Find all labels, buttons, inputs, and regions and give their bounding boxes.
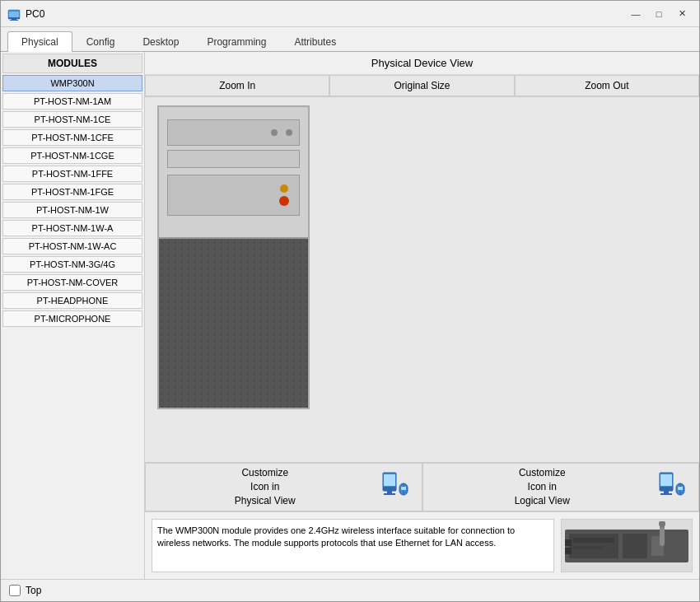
drive-bay-2: [167, 150, 300, 168]
logical-pc-icon: [653, 469, 690, 506]
module-thumbnail: [561, 519, 693, 572]
svg-rect-28: [565, 548, 572, 554]
device-view-header: Physical Device View: [145, 52, 699, 75]
tab-attributes[interactable]: Attributes: [280, 31, 350, 52]
zoom-in-button[interactable]: Zoom In: [145, 75, 329, 96]
svg-rect-15: [660, 487, 673, 491]
module-item-pt-headphone[interactable]: PT-HEADPHONE: [2, 292, 142, 309]
close-button[interactable]: ✕: [671, 6, 693, 22]
module-item-pt-host-nm-1ffe[interactable]: PT-HOST-NM-1FFE: [2, 166, 142, 182]
power-indicator: [279, 196, 289, 206]
module-item-pt-microphone[interactable]: PT-MICROPHONE: [2, 310, 142, 327]
modules-scroll-area: MODULES WMP300N PT-HOST-NM-1AM PT-HOST-N…: [1, 52, 144, 579]
svg-rect-17: [660, 493, 672, 495]
svg-rect-1: [9, 12, 19, 17]
svg-rect-7: [383, 487, 396, 491]
svg-rect-12: [401, 487, 406, 490]
window-controls: — □ ✕: [625, 6, 693, 22]
left-panel: MODULES WMP300N PT-HOST-NM-1AM PT-HOST-N…: [1, 52, 145, 579]
module-item-pt-host-nm-1w-ac[interactable]: PT-HOST-NM-1W-AC: [2, 238, 142, 254]
module-item-pt-host-nm-1w[interactable]: PT-HOST-NM-1W: [2, 202, 142, 218]
top-label[interactable]: Top: [26, 585, 41, 596]
module-item-pt-host-nm-3g4g[interactable]: PT-HOST-NM-3G/4G: [2, 256, 142, 273]
amber-indicator: [280, 184, 288, 193]
pc-tower: [157, 105, 310, 409]
svg-rect-16: [664, 491, 669, 493]
mesh-pattern: [159, 239, 308, 408]
tab-programming[interactable]: Programming: [193, 31, 280, 52]
pc-bottom-section: [159, 239, 308, 408]
bottom-actions: Customize Icon in Physical View: [145, 462, 699, 511]
customize-physical-text: Customize Icon in Physical View: [154, 466, 376, 507]
svg-rect-29: [573, 538, 614, 543]
customize-physical-line2: Icon in: [154, 480, 376, 494]
module-item-pt-host-nm-cover[interactable]: PT-HOST-NM-COVER: [2, 274, 142, 291]
customize-logical-line2: Icon in: [432, 480, 654, 494]
module-item-wmp300n[interactable]: WMP300N: [2, 75, 142, 91]
physical-pc-icon: [376, 469, 413, 506]
customize-logical-button[interactable]: Customize Icon in Logical View: [422, 463, 700, 511]
svg-rect-30: [573, 546, 602, 549]
customize-physical-line1: Customize: [154, 466, 376, 480]
svg-rect-9: [384, 493, 395, 495]
customize-logical-line3: Logical View: [432, 494, 654, 508]
module-item-pt-host-nm-1am[interactable]: PT-HOST-NM-1AM: [2, 93, 142, 110]
original-size-button[interactable]: Original Size: [329, 75, 514, 96]
customize-logical-text: Customize Icon in Logical View: [432, 466, 654, 507]
description-panel: The WMP300N module provides one 2.4GHz w…: [145, 511, 699, 579]
svg-rect-27: [565, 539, 572, 546]
drive-bay-3: [167, 175, 300, 216]
main-window: PC0 — □ ✕ Physical Config Desktop Progra…: [0, 0, 700, 602]
svg-rect-14: [660, 474, 672, 486]
module-item-pt-host-nm-1ce[interactable]: PT-HOST-NM-1CE: [2, 111, 142, 128]
maximize-button[interactable]: □: [648, 6, 670, 22]
top-checkbox[interactable]: [9, 585, 21, 596]
bottom-bar: Top: [1, 579, 699, 601]
svg-rect-20: [678, 487, 683, 490]
bay-button-1: [271, 129, 278, 136]
svg-rect-8: [387, 491, 392, 493]
module-item-pt-host-nm-1w-a[interactable]: PT-HOST-NM-1W-A: [2, 220, 142, 236]
title-bar: PC0 — □ ✕: [1, 1, 699, 27]
tab-config[interactable]: Config: [72, 31, 129, 52]
module-thumbnail-svg: [565, 521, 688, 571]
module-item-pt-host-nm-1cfe[interactable]: PT-HOST-NM-1CFE: [2, 129, 142, 146]
right-panel: Physical Device View Zoom In Original Si…: [145, 52, 699, 579]
device-canvas[interactable]: [145, 97, 699, 462]
drive-bay-1: [167, 119, 300, 146]
bay-button-2: [286, 129, 292, 136]
minimize-button[interactable]: —: [625, 6, 646, 22]
svg-rect-23: [623, 534, 647, 558]
tab-physical[interactable]: Physical: [7, 31, 72, 52]
zoom-controls: Zoom In Original Size Zoom Out: [145, 75, 699, 97]
pc-top-section: [159, 107, 308, 239]
zoom-out-button[interactable]: Zoom Out: [515, 75, 699, 96]
title-bar-left: PC0: [7, 7, 44, 21]
customize-logical-line1: Customize: [432, 466, 654, 480]
window-title: PC0: [26, 8, 44, 20]
modules-header: MODULES: [2, 54, 142, 73]
tab-desktop[interactable]: Desktop: [128, 31, 193, 52]
tab-bar: Physical Config Desktop Programming Attr…: [1, 27, 699, 52]
svg-rect-6: [384, 474, 395, 486]
svg-rect-2: [8, 17, 20, 19]
window-icon: [7, 7, 21, 21]
customize-physical-line3: Physical View: [154, 494, 376, 508]
main-content: MODULES WMP300N PT-HOST-NM-1AM PT-HOST-N…: [1, 52, 699, 579]
module-item-pt-host-nm-1fge[interactable]: PT-HOST-NM-1FGE: [2, 184, 142, 200]
module-item-pt-host-nm-1cge[interactable]: PT-HOST-NM-1CGE: [2, 147, 142, 164]
modules-list: MODULES WMP300N PT-HOST-NM-1AM PT-HOST-N…: [1, 52, 144, 579]
customize-physical-button[interactable]: Customize Icon in Physical View: [145, 463, 422, 511]
description-text: The WMP300N module provides one 2.4GHz w…: [152, 519, 554, 572]
svg-rect-4: [10, 20, 18, 21]
